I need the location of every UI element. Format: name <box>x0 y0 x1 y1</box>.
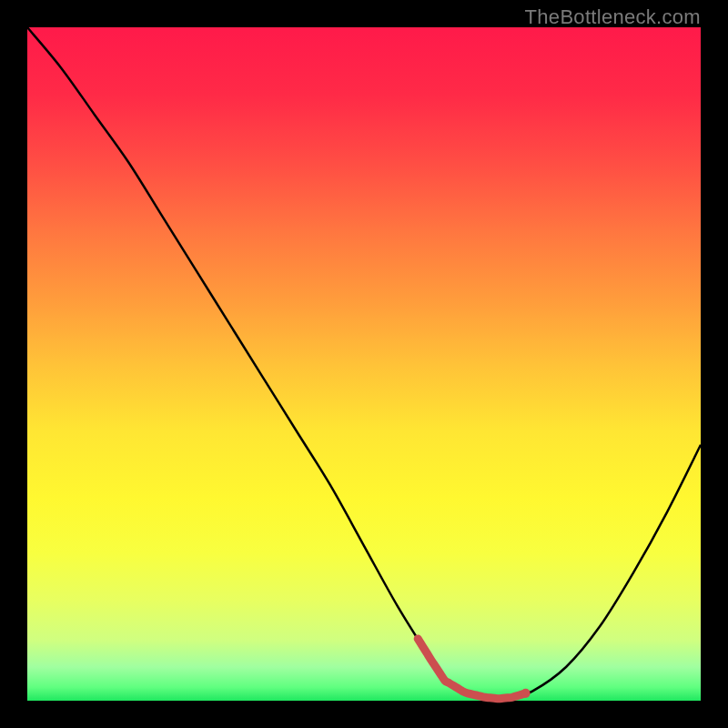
optimal-region-highlight <box>418 639 525 699</box>
highlight-end-dot <box>521 689 531 698</box>
curve-svg <box>27 27 701 701</box>
bottleneck-curve <box>27 27 701 699</box>
plot-area <box>27 27 701 701</box>
watermark-text: TheBottleneck.com <box>525 5 701 29</box>
chart-container: TheBottleneck.com <box>0 0 728 728</box>
